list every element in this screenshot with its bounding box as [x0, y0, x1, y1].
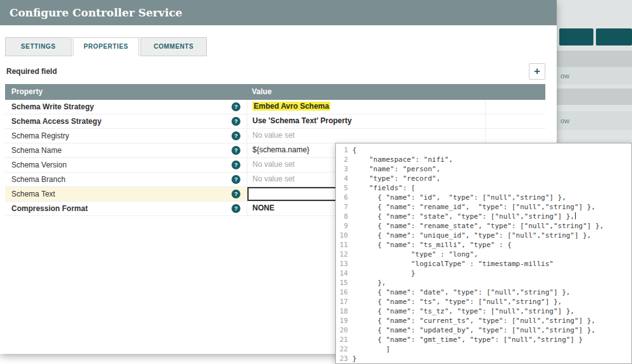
property-value: ${schema.name} — [252, 145, 309, 154]
line-number: 9 — [336, 221, 352, 231]
row-spacer — [486, 114, 545, 128]
code-line-text: } — [352, 269, 415, 278]
background-row — [557, 51, 632, 67]
property-cell: Schema Access Strategy ? — [5, 114, 247, 128]
table-row[interactable]: Schema Write Strategy ? Embed Avro Schem… — [5, 100, 545, 114]
schema-text-editor-popup[interactable]: 1 { 2 "namespace": "nifi", 3 "name": "pe… — [335, 143, 632, 364]
property-cell: Schema Branch ? — [5, 173, 247, 186]
screen: ow ow Configure Controller Service SETTI… — [0, 0, 632, 364]
code-line: 23 } — [336, 354, 631, 363]
code-line-text: ] — [352, 344, 390, 354]
tab[interactable]: PROPERTIES — [73, 37, 139, 56]
code-line: 1 { — [336, 145, 631, 155]
line-number: 7 — [336, 202, 352, 212]
line-number: 12 — [336, 250, 352, 259]
property-name: Schema Write Strategy — [11, 100, 94, 114]
code-line-text: { "name": "unique_id", "type": ["null","… — [352, 231, 592, 240]
code-line: 6 { "name": "id", "type": ["null","strin… — [336, 193, 631, 202]
column-header-value: Value — [247, 84, 486, 100]
line-number: 16 — [336, 288, 352, 297]
code-line-text: } — [352, 354, 357, 363]
tab-label: SETTINGS — [21, 43, 56, 50]
tab-bar: SETTINGS PROPERTIES COMMENTS — [5, 37, 208, 56]
line-number: 23 — [336, 354, 352, 363]
property-cell: Schema Version ? — [5, 158, 247, 172]
background-row-text: ow — [557, 117, 569, 124]
background-button-left — [559, 28, 593, 46]
help-icon[interactable]: ? — [232, 204, 240, 213]
help-icon[interactable]: ? — [232, 161, 240, 169]
code-line-text: "logicalType" : "timestamp-millis" — [352, 259, 554, 269]
code-line-text: { "name": "ts", "type": ["null","string"… — [352, 297, 562, 306]
code-line: 14 } — [336, 269, 631, 278]
property-value: Embed Avro Schema — [252, 102, 330, 111]
code-line-text: { "name": "date", "type": ["null","strin… — [352, 288, 570, 297]
table-row[interactable]: Schema Access Strategy ? Use 'Schema Tex… — [5, 114, 545, 129]
line-number: 2 — [336, 155, 352, 164]
code-line: 11 { "name": "ts_milli", "type" : { — [336, 240, 631, 250]
code-line-text: "name": "person", — [352, 164, 440, 174]
property-name: Schema Text — [11, 188, 55, 201]
help-icon[interactable]: ? — [232, 102, 240, 111]
code-line: 21 { "name": "gmt_time", "type": ["null"… — [336, 335, 631, 344]
code-line: 8 { "name": "state", "type": ["null","st… — [336, 212, 631, 221]
value-cell[interactable]: No value set — [247, 129, 486, 143]
property-name: Schema Access Strategy — [11, 115, 101, 128]
line-number: 10 — [336, 231, 352, 240]
property-cell: Schema Text ? — [5, 187, 247, 201]
background-button-right — [596, 28, 632, 46]
property-value: Use 'Schema Text' Property — [252, 116, 352, 125]
value-cell[interactable]: Embed Avro Schema — [247, 100, 486, 114]
code-line: 12 "type" : "long", — [336, 250, 631, 259]
property-name: Schema Branch — [11, 173, 65, 186]
line-number: 6 — [336, 193, 352, 202]
code-line-text: { — [352, 145, 357, 155]
code-lines: 1 { 2 "namespace": "nifi", 3 "name": "pe… — [336, 145, 631, 363]
code-line-text: { "name": "current_ts", "type": ["null",… — [352, 316, 595, 325]
add-property-button[interactable]: + — [529, 63, 545, 80]
line-number: 4 — [336, 174, 352, 183]
property-cell: Schema Write Strategy ? — [5, 100, 247, 114]
line-number: 21 — [336, 335, 352, 344]
help-icon[interactable]: ? — [232, 175, 240, 184]
help-icon[interactable]: ? — [232, 131, 240, 140]
line-number: 14 — [336, 269, 352, 278]
code-line: 3 "name": "person", — [336, 164, 631, 174]
help-icon[interactable]: ? — [232, 190, 240, 198]
code-line-text: { "name": "rename_state", "type": ["null… — [352, 221, 604, 231]
line-number: 11 — [336, 240, 352, 250]
code-line: 19 { "name": "current_ts", "type": ["nul… — [336, 316, 631, 325]
property-name: Compression Format — [11, 202, 88, 215]
value-cell[interactable]: Use 'Schema Text' Property — [247, 114, 486, 128]
required-field-label: Required field — [6, 67, 57, 76]
code-line-text: { "name": "rename_id", "type": ["null","… — [352, 202, 595, 212]
property-cell: Schema Registry ? — [5, 129, 247, 143]
code-line: 17 { "name": "ts", "type": ["null","stri… — [336, 297, 631, 306]
code-line-text: { "name": "id", "type": ["null","string"… — [352, 193, 566, 202]
tab-label: PROPERTIES — [84, 43, 128, 50]
table-row[interactable]: Schema Registry ? No value set — [5, 129, 545, 143]
code-line: 13 "logicalType" : "timestamp-millis" — [336, 259, 631, 269]
code-line-text: { "name": "gmt_time", "type": ["null","s… — [352, 335, 583, 344]
line-number: 15 — [336, 278, 352, 288]
line-number: 20 — [336, 325, 352, 335]
property-value: No value set — [252, 160, 295, 169]
code-line-text: "namespace": "nifi", — [352, 155, 453, 164]
code-line: 5 "fields": [ — [336, 183, 631, 193]
help-icon[interactable]: ? — [232, 117, 240, 126]
background-row: ow — [557, 111, 632, 130]
row-spacer — [486, 100, 545, 114]
code-line: 2 "namespace": "nifi", — [336, 155, 631, 164]
tab[interactable]: SETTINGS — [5, 37, 71, 56]
line-number: 8 — [336, 212, 352, 221]
code-line: 16 { "name": "date", "type": ["null","st… — [336, 288, 631, 297]
property-value: No value set — [252, 131, 295, 140]
help-icon[interactable]: ? — [232, 146, 240, 155]
property-name: Schema Name — [11, 144, 61, 157]
code-line: 10 { "name": "unique_id", "type": ["null… — [336, 231, 631, 240]
background-row-text: ow — [557, 72, 569, 80]
tab[interactable]: COMMENTS — [140, 37, 207, 56]
row-spacer — [486, 129, 545, 143]
code-line: 4 "type": "record", — [336, 174, 631, 183]
code-line: 22 ] — [336, 344, 631, 354]
